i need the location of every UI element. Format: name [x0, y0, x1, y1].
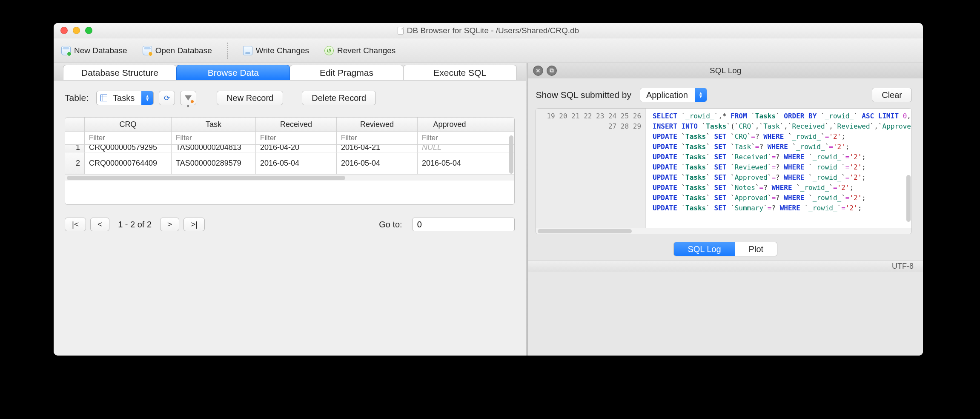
row-number: 2: [65, 152, 85, 174]
minimize-window-button[interactable]: [73, 27, 80, 34]
revert-changes-label: Revert Changes: [337, 46, 395, 55]
table-icon: [97, 95, 111, 101]
column-header[interactable]: Approved: [418, 118, 481, 131]
close-window-button[interactable]: [60, 27, 68, 34]
line-gutter: 19 20 21 22 23 24 25 26 27 28 29: [536, 109, 646, 228]
table-row[interactable]: 1 CRQ000000579295 TAS000000204813 2016-0…: [65, 145, 514, 152]
open-database-label: Open Database: [155, 46, 212, 55]
cell[interactable]: 2016-05-04: [337, 152, 418, 174]
encoding-label: UTF-8: [892, 262, 914, 271]
tab-edit-pragmas[interactable]: Edit Pragmas: [289, 65, 403, 80]
column-header[interactable]: Received: [256, 118, 337, 131]
clear-badge-icon: [190, 100, 194, 103]
database-new-icon: [61, 46, 71, 55]
open-database-button[interactable]: Open Database: [143, 46, 212, 55]
detach-panel-button[interactable]: ⧉: [547, 66, 557, 76]
table-row[interactable]: 2 CRQ000000764409 TAS000000289579 2016-0…: [65, 152, 514, 175]
workarea: Database Structure Browse Data Edit Prag…: [54, 63, 923, 356]
app-window: DB Browser for SQLite - /Users/Shared/CR…: [54, 23, 923, 356]
bottom-tabs: SQL Log Plot: [528, 239, 923, 261]
show-sql-label: Show SQL submitted by: [536, 90, 631, 100]
data-grid: CRQ Task Received Reviewed Approved 1: [65, 117, 515, 205]
column-header[interactable]: CRQ: [85, 118, 172, 131]
goto-label: Go to:: [379, 220, 402, 230]
goto-input[interactable]: [413, 218, 515, 231]
grid-filters: [65, 132, 514, 145]
window-title: DB Browser for SQLite - /Users/Shared/CR…: [407, 26, 579, 35]
cell[interactable]: 2016-04-20: [256, 145, 337, 152]
vertical-scrollbar[interactable]: [905, 111, 911, 226]
cell[interactable]: NULL: [418, 145, 481, 152]
filter-input[interactable]: [172, 132, 255, 144]
grid-header: CRQ Task Received Reviewed Approved: [65, 118, 514, 132]
table-select[interactable]: Tasks ▲▼: [96, 91, 154, 105]
select-arrows-icon: ▲▼: [695, 88, 707, 102]
main-toolbar: New Database Open Database Write Changes…: [54, 38, 923, 63]
sql-log-toolbar: Show SQL submitted by Application ▲▼ Cle…: [528, 78, 923, 106]
window-controls: [60, 27, 92, 34]
tab-browse-data[interactable]: Browse Data: [176, 65, 290, 80]
clear-filter-button[interactable]: [180, 91, 196, 105]
select-arrows-icon: ▲▼: [141, 91, 153, 105]
delete-record-button[interactable]: Delete Record: [302, 91, 376, 105]
filter-input[interactable]: [85, 132, 171, 144]
page-next-button[interactable]: >: [160, 218, 179, 231]
write-changes-button[interactable]: Write Changes: [243, 46, 309, 55]
right-panel: ✕ ⧉ SQL Log Show SQL submitted by Applic…: [528, 63, 923, 356]
new-database-label: New Database: [74, 46, 127, 55]
page-position: 1 - 2 of 2: [114, 220, 156, 230]
horizontal-scrollbar[interactable]: [65, 175, 514, 181]
table-select-value: Tasks: [111, 93, 141, 103]
rownum-header: [65, 118, 85, 131]
filter-input[interactable]: [337, 132, 417, 144]
horizontal-scrollbar[interactable]: [536, 228, 911, 234]
clear-log-button[interactable]: Clear: [872, 88, 912, 102]
tab-database-structure[interactable]: Database Structure: [63, 65, 177, 80]
refresh-icon: ⟳: [164, 94, 170, 103]
page-first-button[interactable]: |<: [65, 218, 86, 231]
vertical-scrollbar[interactable]: [508, 133, 513, 197]
column-header[interactable]: Reviewed: [337, 118, 418, 131]
status-bar: UTF-8: [528, 261, 923, 272]
sql-source-select[interactable]: Application ▲▼: [640, 88, 707, 102]
sql-log: 19 20 21 22 23 24 25 26 27 28 29 SELECT …: [536, 108, 912, 234]
tab-sql-log[interactable]: SQL Log: [674, 242, 735, 256]
new-record-button[interactable]: New Record: [217, 91, 283, 105]
column-header[interactable]: Task: [172, 118, 256, 131]
titlebar: DB Browser for SQLite - /Users/Shared/CR…: [54, 23, 923, 38]
cell[interactable]: 2016-04-21: [337, 145, 418, 152]
sql-log-text[interactable]: SELECT `_rowid_`,* FROM `Tasks` ORDER BY…: [646, 109, 911, 228]
cell[interactable]: TAS000000289579: [172, 152, 256, 174]
page-last-button[interactable]: >|: [183, 218, 205, 231]
zoom-window-button[interactable]: [85, 27, 92, 34]
cell[interactable]: CRQ000000764409: [85, 152, 172, 174]
left-panel: Database Structure Browse Data Edit Prag…: [54, 63, 526, 356]
row-number: 1: [65, 145, 85, 152]
revert-changes-button[interactable]: Revert Changes: [324, 46, 395, 55]
save-icon: [243, 46, 252, 55]
panel-header: ✕ ⧉ SQL Log: [528, 63, 923, 78]
filter-input[interactable]: [256, 132, 336, 144]
cell[interactable]: TAS000000204813: [172, 145, 256, 152]
tab-execute-sql[interactable]: Execute SQL: [403, 65, 517, 80]
write-changes-label: Write Changes: [256, 46, 309, 55]
document-icon: [398, 27, 404, 34]
database-open-icon: [143, 46, 152, 55]
new-database-button[interactable]: New Database: [61, 46, 127, 55]
cell[interactable]: 2016-05-04: [256, 152, 337, 174]
page-prev-button[interactable]: <: [90, 218, 109, 231]
revert-icon: [324, 46, 334, 55]
pager: |< < 1 - 2 of 2 > >| Go to:: [54, 209, 526, 240]
close-panel-button[interactable]: ✕: [533, 66, 543, 76]
main-tabs: Database Structure Browse Data Edit Prag…: [54, 63, 526, 80]
browse-toolbar: Table: Tasks ▲▼ ⟳ New Record Delete Reco…: [54, 80, 526, 109]
cell[interactable]: CRQ000000579295: [85, 145, 172, 152]
toolbar-separator: [227, 43, 228, 59]
table-label: Table:: [65, 93, 89, 103]
refresh-button[interactable]: ⟳: [159, 91, 175, 105]
filter-input[interactable]: [418, 132, 481, 144]
cell[interactable]: 2016-05-04: [418, 152, 481, 174]
panel-title: SQL Log: [528, 66, 923, 75]
tab-plot[interactable]: Plot: [735, 242, 777, 256]
sql-source-value: Application: [640, 90, 695, 100]
